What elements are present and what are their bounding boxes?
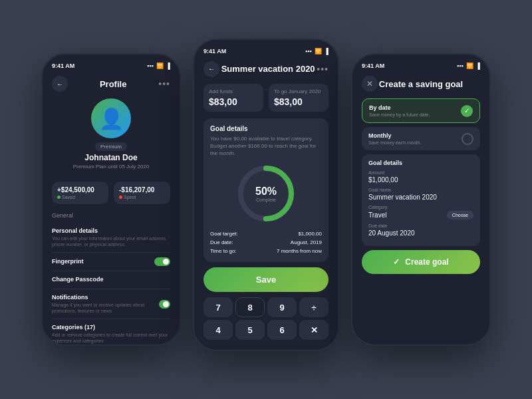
fingerprint-row: Fingerprint	[52, 257, 170, 266]
key-5[interactable]: 5	[235, 320, 265, 340]
to-go-amount: $83,00	[274, 96, 323, 107]
numpad: 7 8 9 ÷ 4 5 6 ✕	[203, 297, 329, 340]
goal-details-form: Goal details Amount $1,000,00 Goal name …	[362, 154, 480, 246]
phone-right: 9:41 AM ▪▪▪ 🛜 ▐ ✕ Create a saving goal B…	[351, 53, 491, 346]
progress-label: Complete	[255, 198, 277, 202]
saved-label: Saved	[57, 195, 103, 200]
saved-dot	[57, 196, 61, 199]
time-center: 9:41 AM	[203, 48, 226, 55]
notifications-desc: Manage if you want to receive updates ab…	[52, 302, 159, 314]
fingerprint-toggle[interactable]	[154, 257, 170, 266]
wifi-icon-c: 🛜	[315, 48, 322, 55]
menu-fingerprint[interactable]: Fingerprint	[52, 253, 170, 271]
progress-center: 50% Complete	[255, 186, 277, 202]
by-date-title: By date	[369, 104, 430, 111]
phone-left-content: ← Profile ••• 👤 Premium Johnatan Doe Pre…	[43, 73, 180, 344]
create-goal-label: Create goal	[405, 257, 448, 267]
menu-categories[interactable]: Categories (17) Add or remove categories…	[52, 319, 170, 344]
goal-target-row: Goal target: $1,000.00	[210, 230, 322, 239]
spent-stat: -$16,207,00 Spent	[114, 182, 170, 204]
choose-button[interactable]: Choose	[447, 211, 473, 219]
goal-name-label: Goal name	[368, 188, 473, 192]
category-row: Travel Choose	[368, 211, 473, 219]
key-9[interactable]: 9	[267, 297, 297, 317]
by-date-option[interactable]: By date Save money by a future date. ✓	[362, 98, 480, 123]
category-field: Category Travel Choose	[368, 205, 473, 219]
premium-badge: Premium	[95, 142, 127, 151]
goal-details-title: Goal details	[210, 125, 322, 132]
create-goal-check-icon: ✓	[393, 257, 400, 267]
form-section-title: Goal details	[368, 160, 473, 166]
to-go-box: To go January 2020 $83,00	[269, 84, 329, 112]
notch-left	[84, 55, 138, 66]
phone-center: 9:41 AM ▪▪▪ 🛜 ▐ ← Summer vacation 2020 •…	[193, 39, 339, 351]
phone-right-content: ✕ Create a saving goal By date Save mone…	[352, 73, 489, 344]
due-date-label: Due date	[368, 223, 473, 228]
back-button-center[interactable]: ←	[203, 61, 219, 77]
progress-circle: 50% Complete	[236, 164, 296, 223]
time-right: 9:41 AM	[362, 63, 384, 69]
battery-icon-r: ▐	[476, 63, 480, 69]
passcode-title: Change Passcode	[52, 276, 170, 283]
add-funds-amount: $83,00	[209, 96, 258, 107]
goal-name-field: Goal name Summer vacation 2020	[368, 188, 473, 201]
profile-title: Profile	[100, 79, 126, 89]
more-options-left[interactable]: •••	[158, 78, 170, 89]
notifications-toggle[interactable]	[159, 300, 170, 309]
status-icons-center: ▪▪▪ 🛜 ▐	[305, 48, 329, 55]
saved-amount: +$24,500,00	[57, 186, 103, 194]
goal-details-text: You have $0.00 available to travel categ…	[210, 135, 322, 158]
phones-container: 9:41 AM ▪▪▪ 🛜 ▐ ← Profile ••• 👤 Premium …	[0, 0, 532, 399]
create-goal-button[interactable]: ✓ Create goal	[362, 250, 480, 274]
key-7[interactable]: 7	[203, 297, 233, 317]
profile-plan: Premium Plan until 05 July 2020	[73, 164, 150, 170]
signal-icon: ▪▪▪	[147, 63, 154, 69]
profile-avatar-section: 👤 Premium Johnatan Doe Premium Plan unti…	[52, 98, 170, 175]
key-8[interactable]: 8	[235, 297, 265, 317]
category-value: Travel	[368, 211, 386, 219]
key-div[interactable]: ÷	[299, 297, 329, 317]
funds-row: Add funds $83,00 To go January 2020 $83,…	[203, 84, 329, 112]
avatar-image: 👤	[99, 107, 124, 130]
menu-notifications[interactable]: Notifications Manage if you want to rece…	[52, 289, 170, 319]
monthly-option[interactable]: Monthly Save money each month.	[362, 127, 480, 150]
time-to-go-row: Time to go: 7 months from now	[210, 247, 322, 256]
key-x[interactable]: ✕	[299, 320, 329, 340]
amount-label: Amount	[368, 170, 473, 175]
monthly-radio	[462, 133, 473, 145]
general-label: General	[52, 212, 170, 219]
goal-name-value: Summer vacation 2020	[368, 194, 473, 201]
goal-header: ← Summer vacation 2020 •••	[203, 61, 329, 77]
more-options-center[interactable]: •••	[317, 64, 329, 74]
save-button[interactable]: Save	[203, 267, 329, 292]
goal-details-section: Goal details You have $0.00 available to…	[203, 118, 329, 263]
key-4[interactable]: 4	[203, 320, 233, 340]
stats-row: +$24,500,00 Saved -$16,207,00 Spent	[52, 182, 170, 204]
key-6[interactable]: 6	[267, 320, 297, 340]
goal-meta: Goal target: $1,000.00 Due date: August,…	[210, 230, 322, 255]
status-icons-left: ▪▪▪ 🛜 ▐	[147, 63, 170, 69]
progress-wrapper: 50% Complete	[210, 164, 322, 223]
due-date-row: Due date: August, 2019	[210, 239, 322, 247]
menu-personal-details[interactable]: Personal details You can edit your infor…	[52, 223, 170, 253]
saved-stat: +$24,500,00 Saved	[52, 182, 108, 204]
add-funds-label: Add funds	[209, 88, 258, 94]
fingerprint-title: Fingerprint	[52, 258, 84, 265]
profile-name: Johnatan Doe	[84, 153, 137, 162]
close-button[interactable]: ✕	[362, 76, 378, 92]
by-date-content: By date Save money by a future date.	[369, 104, 430, 117]
profile-header: ← Profile •••	[52, 76, 170, 92]
menu-passcode[interactable]: Change Passcode	[52, 271, 170, 289]
spent-amount: -$16,207,00	[119, 186, 165, 194]
back-button-left[interactable]: ←	[52, 76, 68, 92]
amount-field: Amount $1,000,00	[368, 170, 473, 184]
monthly-desc: Save money each month.	[368, 140, 421, 145]
add-funds-box: Add funds $83,00	[203, 84, 263, 112]
to-go-label: To go January 2020	[274, 88, 323, 94]
wifi-icon-r: 🛜	[466, 63, 473, 69]
personal-details-title: Personal details	[52, 227, 170, 234]
notch-right	[394, 55, 448, 66]
signal-icon-c: ▪▪▪	[305, 48, 312, 55]
goal-title: Summer vacation 2020	[221, 64, 315, 74]
notch-center	[239, 40, 293, 52]
